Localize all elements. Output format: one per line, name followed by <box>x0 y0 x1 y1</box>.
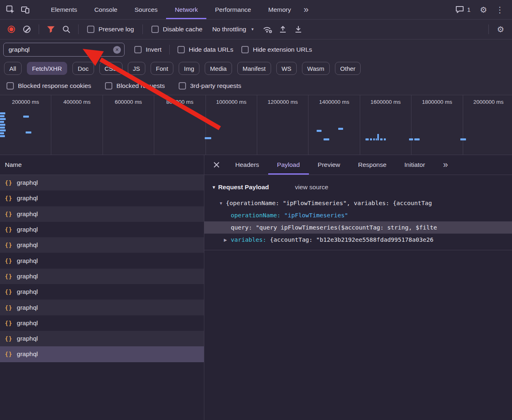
resource-type-chip[interactable]: All <box>4 62 22 75</box>
collapse-section-icon[interactable]: ▼ <box>212 185 216 190</box>
chevron-down-icon: ▼ <box>251 27 254 31</box>
resource-type-chip[interactable]: CSS <box>99 62 123 75</box>
blocked-filter-checkbox[interactable]: Blocked response cookies <box>2 82 95 90</box>
detail-tab[interactable]: Preview <box>309 155 349 175</box>
detail-tab[interactable]: Initiator <box>396 155 434 175</box>
import-har-icon[interactable] <box>276 22 290 37</box>
expand-icon[interactable]: ▶ <box>224 238 231 242</box>
request-name: graphql <box>17 350 38 358</box>
panel-tab[interactable]: Memory <box>260 0 300 19</box>
payload-property-row[interactable]: ▶ variables: {accountTag: "b12e3b2192ee5… <box>204 234 512 246</box>
chip-label: Wasm <box>307 65 324 72</box>
resource-type-chip[interactable]: JS <box>128 62 146 75</box>
property-key: query: <box>231 224 252 231</box>
blocked-filter-checkbox[interactable]: Blocked requests <box>101 82 169 90</box>
resource-type-chip[interactable]: Fetch/XHR <box>27 62 67 75</box>
column-header-name[interactable]: Name <box>0 155 204 175</box>
resource-type-chip[interactable]: Img <box>179 62 199 75</box>
view-source-link[interactable]: view source <box>295 184 328 191</box>
request-row[interactable]: {} graphql <box>0 253 204 268</box>
resource-type-chip[interactable]: Doc <box>72 62 94 75</box>
resource-type-chip[interactable]: WS <box>276 62 297 75</box>
network-conditions-icon[interactable] <box>260 22 275 37</box>
request-row[interactable]: {} graphql <box>0 284 204 300</box>
preserve-log-checkbox[interactable]: Preserve log <box>83 26 138 33</box>
payload-property-row[interactable]: query: "query ipFlowTimeseries($accountT… <box>204 221 512 234</box>
clear-filter-icon[interactable]: ✕ <box>113 46 121 54</box>
request-row[interactable]: {} graphql <box>0 269 204 284</box>
payload-property-row[interactable]: operationName: "ipFlowTimeseries" <box>204 209 512 221</box>
export-har-icon[interactable] <box>291 22 306 37</box>
request-row[interactable]: {} graphql <box>0 206 204 222</box>
console-messages-button[interactable]: 1 <box>451 6 475 13</box>
device-toolbar-icon[interactable] <box>18 2 33 17</box>
inspect-element-icon[interactable] <box>3 2 18 17</box>
chip-label: Other <box>340 65 356 72</box>
blocked-filter-checkbox[interactable]: 3rd-party requests <box>175 82 245 90</box>
request-row[interactable]: {} graphql <box>0 315 204 331</box>
property-value: {accountTag: "b12e3b2192ee5588fdad995178… <box>270 236 433 243</box>
checkbox-box <box>151 26 159 33</box>
waterfall-bar <box>414 138 420 140</box>
request-row[interactable]: {} graphql <box>0 300 204 315</box>
waterfall-bar <box>376 138 377 140</box>
braces-icon: {} <box>5 226 12 233</box>
resource-type-filter-row: All Fetch/XHR Doc CSS JS Font Img Media … <box>0 60 512 77</box>
blocked-filter-label: Blocked response cookies <box>18 82 91 90</box>
detail-tab[interactable]: Payload <box>268 155 309 175</box>
invert-filter-checkbox[interactable]: Invert <box>130 46 166 53</box>
waterfall-bar <box>0 135 5 137</box>
detail-tab[interactable]: Response <box>349 155 396 175</box>
network-filter-input[interactable] <box>8 46 113 54</box>
throttling-select[interactable]: No throttling ▼ <box>207 26 259 33</box>
timeline-bars <box>0 95 512 155</box>
detail-tab[interactable]: Headers <box>226 155 268 175</box>
panel-tab[interactable]: Performance <box>206 0 260 19</box>
braces-icon: {} <box>5 258 12 264</box>
resource-type-chip[interactable]: Media <box>205 62 232 75</box>
invert-label: Invert <box>146 46 162 53</box>
panel-tab[interactable]: Console <box>86 0 126 19</box>
hide-extension-urls-checkbox[interactable]: Hide extension URLs <box>237 46 316 53</box>
waterfall-bar <box>317 130 322 132</box>
panel-tab[interactable]: Elements <box>42 0 86 19</box>
checkbox-box <box>179 82 186 90</box>
property-value: "query ipFlowTimeseries($accountTag: str… <box>256 224 437 231</box>
resource-type-chip[interactable]: Manifest <box>237 62 271 75</box>
request-row[interactable]: {} graphql <box>0 175 204 190</box>
resource-type-chip[interactable]: Font <box>151 62 173 75</box>
panel-tab[interactable]: Network <box>166 0 206 19</box>
request-row[interactable]: {} graphql <box>0 222 204 237</box>
waterfall-bar <box>377 134 379 140</box>
message-count-badge: 1 <box>467 6 470 13</box>
settings-gear-icon[interactable]: ⚙ <box>476 2 491 17</box>
collapse-object-icon[interactable]: ▼ <box>219 201 226 206</box>
more-panels-icon[interactable]: » <box>300 5 313 14</box>
request-name: graphql <box>17 257 38 265</box>
request-row[interactable]: {} graphql <box>0 331 204 346</box>
request-name: graphql <box>17 210 38 218</box>
hide-data-urls-checkbox[interactable]: Hide data URLs <box>173 46 237 53</box>
resource-type-chip[interactable]: Other <box>335 62 361 75</box>
tabbar-right-group: 1 ⚙ ⋮ <box>451 2 509 17</box>
network-settings-gear-icon[interactable]: ⚙ <box>493 22 508 37</box>
request-row[interactable]: {} graphql <box>0 346 204 362</box>
kebab-menu-icon[interactable]: ⋮ <box>492 2 507 17</box>
filter-funnel-icon[interactable] <box>44 22 58 37</box>
request-row[interactable]: {} graphql <box>0 237 204 253</box>
more-detail-tabs-icon[interactable]: » <box>439 160 452 169</box>
search-icon[interactable] <box>59 22 74 37</box>
panel-tab-label: Memory <box>268 6 291 13</box>
waterfall-bar <box>338 128 343 130</box>
resource-type-chip[interactable]: Wasm <box>302 62 330 75</box>
close-detail-icon[interactable] <box>208 158 225 172</box>
panel-tab[interactable]: Sources <box>126 0 166 19</box>
disable-cache-checkbox[interactable]: Disable cache <box>147 26 206 33</box>
waterfall-bar <box>380 138 383 140</box>
payload-preview-row[interactable]: ▼ {operationName: "ipFlowTimeseries", va… <box>204 197 512 209</box>
network-overview-timeline[interactable]: 200000 ms 400000 ms 600000 ms 800000 ms … <box>0 95 512 155</box>
request-row[interactable]: {} graphql <box>0 190 204 206</box>
record-network-log-button[interactable] <box>8 26 15 33</box>
clear-network-log-icon[interactable] <box>23 26 31 33</box>
chip-label: Doc <box>78 65 89 72</box>
